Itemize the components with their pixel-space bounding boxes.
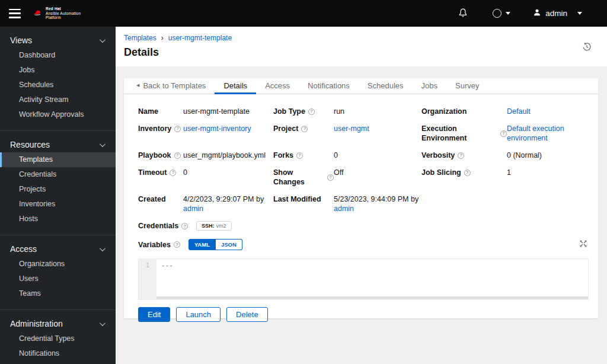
field-created: Created 4/2/2023, 9:29:07 PM by admin [138, 194, 273, 213]
sidebar-section-header-access[interactable]: Access [0, 241, 116, 257]
field-variables: Variables YAML JSON [138, 238, 589, 251]
launch-button[interactable]: Launch [176, 307, 221, 322]
sidebar-section-header-resources[interactable]: Resources [0, 137, 116, 152]
caret-left-icon: ◀ [136, 83, 139, 88]
sidebar-section-views: Views Dashboard Jobs Schedules Activity … [0, 27, 116, 130]
help-icon[interactable] [308, 108, 315, 115]
redhat-hat-icon [33, 8, 43, 19]
modified-by-user-link[interactable]: admin [334, 205, 354, 213]
page-header: Templates › user-mgmt-template Details [116, 27, 607, 66]
sidebar-item-dashboard[interactable]: Dashboard [0, 48, 116, 63]
editor-content[interactable]: --- [156, 259, 588, 299]
help-dropdown-button[interactable] [485, 5, 517, 21]
tab-bar: ◀ Back to Templates Details Access Notif… [124, 78, 598, 94]
masthead: Red Hat Ansible Automation Platform [0, 0, 607, 27]
delete-button[interactable]: Delete [226, 307, 268, 322]
chevron-down-icon [577, 12, 582, 15]
sidebar-item-schedules[interactable]: Schedules [0, 78, 116, 92]
tab-access[interactable]: Access [256, 78, 299, 94]
sidebar-item-jobs[interactable]: Jobs [0, 63, 116, 78]
breadcrumb-template-link[interactable]: user-mgmt-template [168, 34, 232, 42]
notifications-bell-button[interactable] [451, 4, 475, 23]
field-show-changes: Show Changes Off [273, 168, 421, 187]
help-icon[interactable] [170, 170, 176, 176]
tab-survey[interactable]: Survey [446, 78, 488, 94]
chevron-down-icon [100, 141, 106, 147]
field-inventory: Inventory user-mgmt-inventory [138, 124, 273, 143]
breadcrumb-templates-link[interactable]: Templates [124, 34, 156, 42]
user-icon [533, 8, 541, 18]
tab-details[interactable]: Details [215, 78, 256, 94]
brand-text: Red Hat Ansible Automation Platform [46, 7, 81, 20]
field-last-modified: Last Modified 5/23/2023, 9:44:09 PM by a… [273, 194, 421, 213]
editor-line-number: 1 [139, 259, 156, 299]
field-project: Project user-mgmt [273, 124, 421, 143]
field-playbook: Playbook user_mgmt/playbook.yml [138, 151, 273, 160]
help-icon[interactable] [174, 126, 181, 132]
field-name: Name user-mgmt-template [138, 107, 273, 116]
credential-chip[interactable]: SSH: vm2 [196, 221, 232, 231]
template-details-card: ◀ Back to Templates Details Access Notif… [124, 78, 598, 318]
tab-back-to-templates[interactable]: ◀ Back to Templates [127, 78, 215, 94]
field-organization: Organization Default [421, 107, 589, 116]
help-icon[interactable] [327, 174, 334, 181]
sidebar-section-header-views[interactable]: Views [0, 33, 116, 48]
tab-schedules[interactable]: Schedules [359, 78, 413, 94]
sidebar-item-organizations[interactable]: Organizations [0, 257, 116, 272]
help-icon[interactable] [174, 241, 180, 248]
expand-editor-button[interactable] [578, 238, 589, 251]
sidebar-item-users[interactable]: Users [0, 272, 116, 286]
sidebar-item-templates[interactable]: Templates [0, 152, 116, 167]
help-icon[interactable] [301, 126, 308, 132]
inventory-link[interactable]: user-mgmt-inventory [183, 124, 251, 133]
expand-arrows-icon [579, 241, 587, 250]
editor-horizontal-scrollbar[interactable] [156, 296, 588, 299]
bell-icon [458, 8, 468, 20]
sidebar-item-workflow-approvals[interactable]: Workflow Approvals [0, 107, 116, 122]
help-icon[interactable] [500, 130, 507, 137]
details-panel: Name user-mgmt-template Job Type run Org… [124, 94, 598, 330]
activity-history-button[interactable] [582, 42, 592, 53]
question-circle-icon [493, 9, 501, 18]
sidebar-item-notifications[interactable]: Notifications [0, 346, 116, 361]
sidebar-item-hosts[interactable]: Hosts [0, 212, 116, 226]
edit-button[interactable]: Edit [138, 307, 170, 322]
sidebar-item-projects[interactable]: Projects [0, 182, 116, 197]
sidebar-nav: Views Dashboard Jobs Schedules Activity … [0, 27, 116, 364]
organization-link[interactable]: Default [507, 107, 531, 116]
field-execution-environment: Execution Environment Default execution … [421, 124, 589, 143]
sidebar-item-management-jobs[interactable]: Management Jobs [0, 361, 116, 364]
field-credentials: Credentials SSH: vm2 [138, 221, 589, 231]
brand-logo: Red Hat Ansible Automation Platform [33, 7, 81, 20]
content-area: ◀ Back to Templates Details Access Notif… [116, 66, 607, 364]
sidebar-item-credential-types[interactable]: Credential Types [0, 331, 116, 346]
sidebar-section-header-administration[interactable]: Administration [0, 316, 116, 331]
help-icon[interactable] [458, 152, 464, 159]
created-by-user-link[interactable]: admin [183, 205, 203, 213]
action-buttons: Edit Launch Delete [138, 307, 589, 322]
json-toggle-button[interactable]: JSON [216, 239, 242, 250]
help-icon[interactable] [174, 152, 181, 159]
sidebar-item-credentials[interactable]: Credentials [0, 167, 116, 182]
sidebar-item-activity-stream[interactable]: Activity Stream [0, 92, 116, 107]
breadcrumb-separator: › [161, 34, 164, 42]
help-icon[interactable] [464, 170, 471, 176]
user-menu-button[interactable]: admin [526, 5, 589, 22]
sidebar-section-access: Access Organizations Users Teams [0, 235, 116, 309]
project-link[interactable]: user-mgmt [334, 124, 369, 133]
variables-format-toggle: YAML JSON [189, 239, 242, 250]
nav-toggle-button[interactable] [9, 9, 21, 18]
yaml-toggle-button[interactable]: YAML [189, 239, 216, 250]
chevron-down-icon [506, 12, 510, 15]
execution-environment-link[interactable]: Default execution environment [507, 124, 584, 143]
field-job-type: Job Type run [273, 107, 421, 116]
sidebar-item-inventories[interactable]: Inventories [0, 197, 116, 212]
tab-jobs[interactable]: Jobs [413, 78, 446, 94]
page-title: Details [124, 46, 598, 59]
username-label: admin [545, 9, 567, 18]
help-icon[interactable] [296, 152, 303, 159]
tab-notifications[interactable]: Notifications [299, 78, 359, 94]
help-icon[interactable] [181, 223, 188, 229]
sidebar-item-teams[interactable]: Teams [0, 286, 116, 301]
variables-editor[interactable]: 1 --- [138, 258, 589, 300]
